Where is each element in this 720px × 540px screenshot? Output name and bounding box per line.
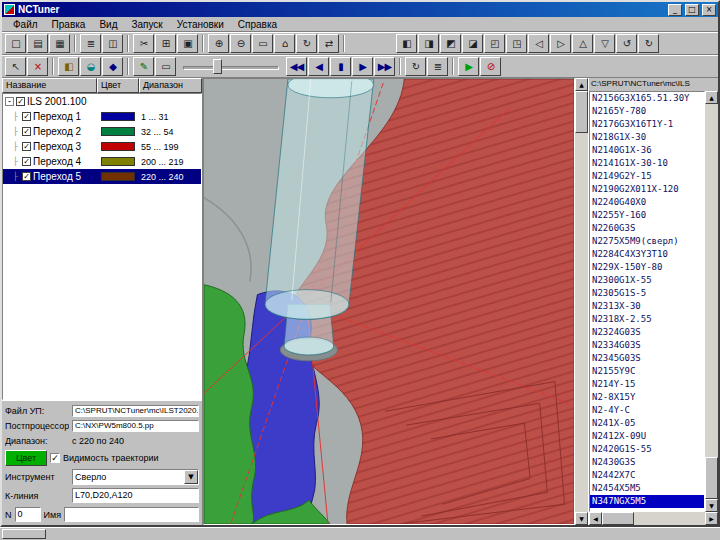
gcode-line[interactable]: N2300G1X-55 <box>590 274 704 287</box>
open-button[interactable]: ▤ <box>27 34 48 53</box>
slider-thumb[interactable] <box>213 59 222 74</box>
tool-combobox[interactable]: Сверло ▼ <box>72 469 199 485</box>
gcode-line[interactable]: N229X-150Y-80 <box>590 261 704 274</box>
scroll-up-icon[interactable]: ▲ <box>705 91 718 104</box>
gcode-line[interactable]: N347NGX5M5 <box>590 495 704 508</box>
menu-item-4[interactable]: Установки <box>170 18 231 31</box>
gcode-line[interactable]: N2305G1S-5 <box>590 287 704 300</box>
tree-column-header-0[interactable]: Название <box>2 78 97 93</box>
gcode-line[interactable]: N214Y-15 <box>590 378 704 391</box>
view-quadrant-2-button[interactable]: ◳ <box>506 34 527 53</box>
tree-column-header-1[interactable]: Цвет <box>97 78 139 93</box>
menu-item-1[interactable]: Правка <box>45 18 93 31</box>
scroll-up-icon[interactable]: ▲ <box>575 78 588 91</box>
view-left-button[interactable]: ◁ <box>528 34 549 53</box>
view-right-button[interactable]: ▷ <box>550 34 571 53</box>
view-quadrant-1-button[interactable]: ◰ <box>484 34 505 53</box>
menu-item-0[interactable]: Файл <box>6 18 45 31</box>
name-field[interactable] <box>64 507 199 522</box>
gcode-hscrollbar[interactable]: ◀ ▶ <box>589 512 718 525</box>
tree-root-row[interactable]: -✓ILS 2001.100 <box>3 94 201 109</box>
gcode-list[interactable]: N2156G3X165.51.30YN2165Y-780N2176G3X16T1… <box>589 91 705 512</box>
gcode-line[interactable]: N2412X-09U <box>590 430 704 443</box>
gcode-line[interactable]: N2334G03S <box>590 339 704 352</box>
scroll-thumb[interactable] <box>602 512 634 525</box>
close-button[interactable]: × <box>702 4 716 16</box>
maximize-button[interactable]: □ <box>685 4 699 16</box>
gcode-line[interactable]: N2260G3S <box>590 222 704 235</box>
gcode-line[interactable]: N2165Y-780 <box>590 105 704 118</box>
scroll-thumb[interactable] <box>705 457 718 499</box>
tree-row-3[interactable]: ├✓Переход 355 ... 199 <box>3 139 201 154</box>
gcode-line[interactable]: N2-8X15Y <box>590 391 704 404</box>
view-front-button[interactable]: ◧ <box>396 34 417 53</box>
scroll-left-icon[interactable]: ◀ <box>589 512 602 525</box>
gcode-line[interactable]: N2149G2Y-15 <box>590 170 704 183</box>
gcode-line[interactable]: N2442X7C <box>590 469 704 482</box>
fast-forward-button[interactable]: ▶▶ <box>374 57 395 76</box>
scroll-track[interactable] <box>602 512 705 525</box>
pause-button[interactable]: ▮ <box>330 57 351 76</box>
new-button[interactable]: □ <box>5 34 26 53</box>
transition-checkbox[interactable]: ✓ <box>22 142 31 151</box>
gcode-line[interactable]: N2155Y9C <box>590 365 704 378</box>
scroll-right-icon[interactable]: ▶ <box>705 512 718 525</box>
step-forward-button[interactable]: ▶ <box>352 57 373 76</box>
n-field[interactable]: 0 <box>15 507 41 522</box>
view-down-button[interactable]: ▽ <box>594 34 615 53</box>
collapse-icon[interactable]: - <box>5 97 14 106</box>
visibility-checkbox[interactable]: ✓ <box>50 453 60 463</box>
paste-button[interactable]: ▣ <box>177 34 198 53</box>
menu-item-5[interactable]: Справка <box>231 18 284 31</box>
menu-item-3[interactable]: Запуск <box>124 18 169 31</box>
gcode-line[interactable]: N2255Y-160 <box>590 209 704 222</box>
gcode-line[interactable]: N241X-05 <box>590 417 704 430</box>
gcode-line[interactable]: N2176G3X16T1Y-1 <box>590 118 704 131</box>
view-back-button[interactable]: ◨ <box>418 34 439 53</box>
pointer-button[interactable]: ↖ <box>5 57 26 76</box>
minimize-button[interactable]: _ <box>668 4 682 16</box>
zoom-fit-button[interactable]: ⌂ <box>274 34 295 53</box>
gcode-line[interactable]: N2140G1X-36 <box>590 144 704 157</box>
tree-row-2[interactable]: ├✓Переход 232 ... 54 <box>3 124 201 139</box>
material-button[interactable]: ◆ <box>102 57 123 76</box>
viewport-3d[interactable] <box>203 78 575 525</box>
gcode-line[interactable]: N2-4Y-C <box>590 404 704 417</box>
print-button[interactable]: ≣ <box>80 34 101 53</box>
gcode-line[interactable]: N2156G3X165.51.30Y <box>590 92 704 105</box>
settings-button[interactable]: ≣ <box>427 57 448 76</box>
palette-button[interactable]: ◒ <box>80 57 101 76</box>
gcode-line[interactable]: N2284C4X3Y3T10 <box>590 248 704 261</box>
preview-button[interactable]: ◫ <box>102 34 123 53</box>
gcode-line[interactable]: N2324G03S <box>590 326 704 339</box>
transition-checkbox[interactable]: ✓ <box>22 127 31 136</box>
view-rotate-left-button[interactable]: ↺ <box>616 34 637 53</box>
transition-checkbox[interactable]: ✓ <box>22 157 31 166</box>
speed-slider[interactable] <box>183 58 279 76</box>
zoom-in-button[interactable]: ⊕ <box>208 34 229 53</box>
gcode-line[interactable]: N2454X5M5 <box>590 482 704 495</box>
step-back-button[interactable]: ◀ <box>308 57 329 76</box>
gcode-line[interactable]: N2420G1S-55 <box>590 443 704 456</box>
scroll-down-icon[interactable]: ▼ <box>575 512 588 525</box>
view-rotate-right-button[interactable]: ↻ <box>638 34 659 53</box>
geometry-field[interactable]: L70,D20,A120 <box>72 488 199 503</box>
gcode-line[interactable]: N2275X5M9(сверл) <box>590 235 704 248</box>
cut-button[interactable]: ✂ <box>133 34 154 53</box>
transition-checkbox[interactable]: ✓ <box>22 112 31 121</box>
fill-color-button[interactable]: ◧ <box>58 57 79 76</box>
abort-button[interactable]: ⊘ <box>480 57 501 76</box>
save-button[interactable]: ▦ <box>49 34 70 53</box>
run-button[interactable]: ▶ <box>458 57 479 76</box>
erase-path-button[interactable]: ▭ <box>155 57 176 76</box>
scroll-thumb[interactable] <box>575 91 588 133</box>
chevron-down-icon[interactable]: ▼ <box>184 470 198 484</box>
gcode-vscrollbar[interactable]: ▲ ▼ <box>705 91 718 512</box>
viewport-scrollbar[interactable]: ▲ ▼ <box>575 78 588 525</box>
transition-checkbox[interactable]: ✓ <box>22 172 31 181</box>
root-checkbox[interactable]: ✓ <box>16 97 25 106</box>
taskbar-button[interactable] <box>2 529 46 539</box>
tree-row-5[interactable]: ├✓Переход 5220 ... 240 <box>3 169 201 184</box>
gcode-line[interactable]: N2190G2X011X-120 <box>590 183 704 196</box>
menu-item-2[interactable]: Вид <box>92 18 124 31</box>
